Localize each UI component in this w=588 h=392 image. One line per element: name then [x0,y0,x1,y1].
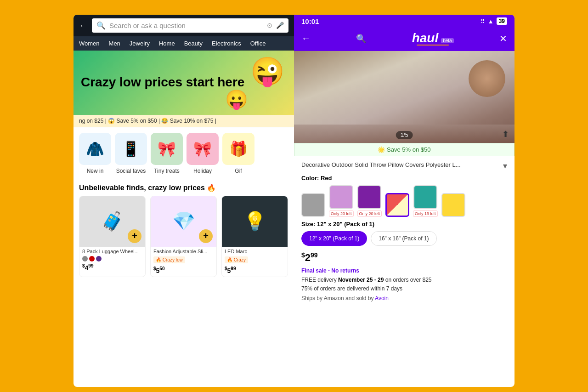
product-bracelet-image: 💎 + [151,196,216,247]
size-btn-16x16[interactable]: 16" x 16" (Pack of 1) [371,231,436,246]
swatch-purple-wrap: Only 20 left [357,185,382,217]
size-section: Size: 12" x 20" (Pack of 1) 12" x 20" (P… [294,221,514,250]
category-social-label: Social faves [116,168,146,174]
delivery-info: FREE delivery November 25 - 29 on orders… [294,276,514,295]
add-bracelet-button[interactable]: + [199,229,213,243]
product-led-image: 💡 [222,196,288,247]
color-dot-red [89,256,95,261]
nav-men[interactable]: Men [104,39,125,48]
product-luggage-image: 🧳 + [79,196,145,247]
haul-logo-underline [417,45,449,45]
nav-office[interactable]: Office [246,39,271,48]
wifi-icon: ▲ [488,18,494,25]
status-icons: ⠿ ▲ 39 [481,17,507,25]
color-dot-purple [96,256,102,261]
haul-back-button[interactable]: ← [301,33,311,44]
category-row: 🧥 New in 📱 Social faves 🎀 Tiny treats 🎀 … [74,127,294,180]
promo-bar: ng on $25 | 😱 Save 5% on $50 | 😂 Save 10… [74,115,294,127]
size-buttons: 12" x 20" (Pack of 1) 16" x 16" (Pack of… [301,231,507,246]
haul-beta-label: beta [441,38,453,43]
haul-close-button[interactable]: ✕ [499,33,507,44]
signal-icon: ⠿ [481,18,485,25]
swatch-purple-label: Only 20 left [357,210,382,217]
nav-women[interactable]: Women [79,39,104,48]
color-section: Color: Red Only 20 left Only 20 left [294,171,514,221]
category-holiday[interactable]: 🎀 Holiday [187,133,219,174]
product-bracelet[interactable]: 💎 + Fashion Adjustable Sli... 🔥 Crazy lo… [150,196,217,278]
category-social-faves[interactable]: 📱 Social faves [115,133,147,174]
product-luggage[interactable]: 🧳 + 8 Pack Luggage Wheel... $499 [79,196,146,278]
swatch-yellow-wrap [441,193,465,217]
swatch-gray[interactable] [301,193,325,217]
back-button[interactable]: ← [79,20,88,31]
banner-emoji-1: 😜 [250,55,285,88]
swatch-lavender-label: Only 20 left [329,210,354,217]
promo-banner: Crazy low prices start here 😜 😛 [74,51,294,115]
product-luggage-name: 8 Pack Luggage Wheel... [79,247,145,255]
add-luggage-button[interactable]: + [128,229,141,243]
category-new-in[interactable]: 🧥 New in [79,133,111,174]
swatch-lavender-wrap: Only 20 left [329,185,354,217]
nav-home[interactable]: Home [154,39,180,48]
haul-logo: haul beta [412,32,454,45]
product-led-price: $599 [222,265,288,277]
swatch-teal-wrap: Only 19 left [413,185,438,217]
swatch-gray-wrap [301,193,325,217]
price-row: $299 [294,250,514,267]
price-integer: 2 [305,252,311,263]
search-input[interactable]: Search or ask a question [109,22,263,29]
category-holiday-thumb: 🎀 [187,133,219,165]
color-swatches: Only 20 left Only 20 left Only 19 left [301,185,507,217]
banner-text: Crazy low prices start here [81,75,244,90]
amazon-header: ← 🔍 Search or ask a question ⊙ 🎤 [74,15,294,36]
category-holiday-label: Holiday [193,168,212,174]
swatch-teal[interactable] [413,185,437,209]
seller-link[interactable]: Avoin [375,295,389,301]
mobile-status-bar: 10:01 ⠿ ▲ 39 [294,15,514,28]
product-row: 🧳 + 8 Pack Luggage Wheel... $499 💎 + [74,194,294,283]
final-sale-label: Final sale - No returns [294,267,514,276]
mic-icon[interactable]: 🎤 [276,22,284,29]
swatch-lavender[interactable] [329,185,353,209]
haul-mobile-panel: 10:01 ⠿ ▲ 39 ← 🔍 haul beta ✕ [294,15,514,387]
haul-logo-text: haul [412,32,439,45]
swatch-red-cream[interactable] [385,193,409,217]
banner-emoji-2: 😛 [225,89,248,110]
expand-button[interactable]: ▾ [503,161,507,171]
product-bracelet-name: Fashion Adjustable Sli... [151,247,216,255]
category-tiny-treats[interactable]: 🎀 Tiny treats [151,133,183,174]
search-icon: 🔍 [96,21,106,30]
nav-jewelry[interactable]: Jewelry [125,39,154,48]
nav-beauty[interactable]: Beauty [180,39,207,48]
swatch-red-wrap [385,193,409,217]
image-counter: 1/5 [396,131,413,139]
swatch-purple[interactable] [357,185,381,209]
category-social-thumb: 📱 [115,133,147,165]
product-image [294,51,514,143]
product-luggage-colors [79,255,145,262]
category-gifts[interactable]: 🎁 Gif [222,133,254,174]
size-label: Size: 12" x 20" (Pack of 1) [301,221,507,227]
product-led[interactable]: 💡 LED Marc 🔥 Crazy $599 [221,196,288,278]
battery-indicator: 39 [497,17,507,25]
color-label: Color: Red [301,175,507,182]
delivery-note: 75% of orders are delivered within 7 day… [301,285,402,292]
search-bar[interactable]: 🔍 Search or ask a question ⊙ 🎤 [92,18,288,33]
price-decimal: 99 [311,251,318,259]
camera-icon[interactable]: ⊙ [267,22,272,29]
haul-header: ← 🔍 haul beta ✕ [294,28,514,51]
ships-by: Ships by Amazon and sold by Avoin [294,295,514,305]
crazy-badge-bracelet: 🔥 Crazy low [153,256,185,263]
swatch-yellow[interactable] [441,193,465,217]
save-badge: 🌟 Save 5% on $50 [294,143,514,156]
crazy-badge-led: 🔥 Crazy [225,256,248,263]
haul-search-button[interactable]: 🔍 [356,34,366,44]
product-image-area: 1/5 ⬆ [294,51,514,143]
product-title: Decorative Outdoor Solid Throw Pillow Co… [301,161,499,169]
share-button[interactable]: ⬆ [502,129,509,139]
nav-electronics[interactable]: Electronics [207,39,246,48]
status-time: 10:01 [301,17,319,25]
size-btn-12x20[interactable]: 12" x 20" (Pack of 1) [301,231,367,246]
product-luggage-price: $499 [79,262,145,274]
swatch-teal-label: Only 19 left [413,210,438,217]
